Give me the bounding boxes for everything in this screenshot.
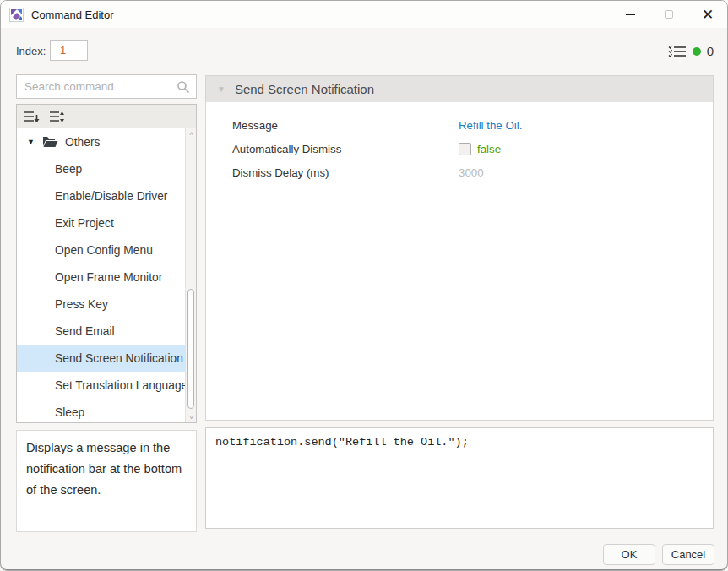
property-row-auto-dismiss: Automatically Dismiss false <box>206 137 713 160</box>
expand-all-icon[interactable] <box>50 111 65 123</box>
chevron-down-icon[interactable]: ▼ <box>27 138 35 146</box>
property-value-message[interactable]: Refill the Oil. <box>459 119 522 132</box>
minimize-button[interactable] <box>611 1 649 28</box>
close-icon: ✕ <box>702 8 714 22</box>
property-value-dismiss-delay: 3000 <box>459 166 484 179</box>
scrollbar-down-icon[interactable]: ˅ <box>186 412 196 422</box>
command-tree: ▼ Others Beep Enable/Disable Driver Exit… <box>17 128 196 422</box>
titlebar[interactable]: Command Editor ✕ <box>1 1 727 28</box>
code-preview: notification.send("Refill the Oil."); <box>205 427 714 529</box>
maximize-button[interactable] <box>649 1 688 28</box>
close-button[interactable]: ✕ <box>688 1 727 28</box>
collapse-all-icon[interactable] <box>24 111 40 123</box>
property-label: Dismiss Delay (ms) <box>206 166 459 179</box>
index-label: Index: <box>16 45 46 57</box>
minimize-icon <box>626 14 635 15</box>
window-title: Command Editor <box>31 8 114 21</box>
index-input[interactable] <box>50 40 88 61</box>
tree-folder-others[interactable]: ▼ Others <box>17 128 196 155</box>
tree-item[interactable]: Sleep <box>17 399 196 422</box>
search-icon <box>177 80 190 97</box>
tree-toolbar <box>17 105 196 128</box>
properties-panel: ▼ Send Screen Notification Message Refil… <box>205 75 714 421</box>
tree-scrollbar[interactable]: ˄ ˅ <box>185 128 196 422</box>
properties-title: Send Screen Notification <box>235 82 374 96</box>
command-description: Displays a message in the notification b… <box>16 430 197 532</box>
tree-item[interactable]: Beep <box>17 155 196 182</box>
properties-header[interactable]: ▼ Send Screen Notification <box>206 76 713 102</box>
status-green-dot <box>693 47 701 56</box>
tree-item[interactable]: Send Email <box>17 318 196 345</box>
command-editor-window: { "window": { "title": "Command Editor" … <box>0 0 728 571</box>
property-label: Automatically Dismiss <box>206 143 459 155</box>
folder-icon <box>42 136 58 148</box>
property-row-message: Message Refill the Oil. <box>206 113 713 137</box>
scrollbar-up-icon[interactable]: ˄ <box>186 128 196 139</box>
cancel-button[interactable]: Cancel <box>662 544 714 565</box>
ok-button[interactable]: OK <box>603 544 655 565</box>
status-counter: 0 <box>707 44 714 58</box>
property-value-auto-dismiss: false <box>477 143 501 155</box>
tree-item[interactable]: Enable/Disable Driver <box>17 182 196 209</box>
search-input[interactable] <box>17 75 196 98</box>
tree-item[interactable]: Press Key <box>17 291 196 318</box>
auto-dismiss-checkbox[interactable] <box>459 143 471 155</box>
tree-item[interactable]: Exit Project <box>17 209 196 237</box>
property-label: Message <box>206 119 459 132</box>
tree-item[interactable]: Set Translation Language <box>17 372 196 399</box>
command-tree-panel: ▼ Others Beep Enable/Disable Driver Exit… <box>16 104 197 423</box>
property-row-dismiss-delay: Dismiss Delay (ms) 3000 <box>206 160 713 184</box>
collapse-triangle-icon[interactable]: ▼ <box>217 84 225 94</box>
checklist-icon[interactable] <box>668 45 687 58</box>
maximize-icon <box>665 10 673 19</box>
tree-folder-label: Others <box>65 136 100 149</box>
tree-item[interactable]: Open Frame Monitor <box>17 264 196 291</box>
scrollbar-thumb[interactable] <box>187 289 194 409</box>
app-icon <box>9 8 24 22</box>
search-box <box>16 74 197 99</box>
tree-item-selected[interactable]: Send Screen Notification <box>17 345 196 372</box>
tree-item[interactable]: Open Config Menu <box>17 237 196 264</box>
